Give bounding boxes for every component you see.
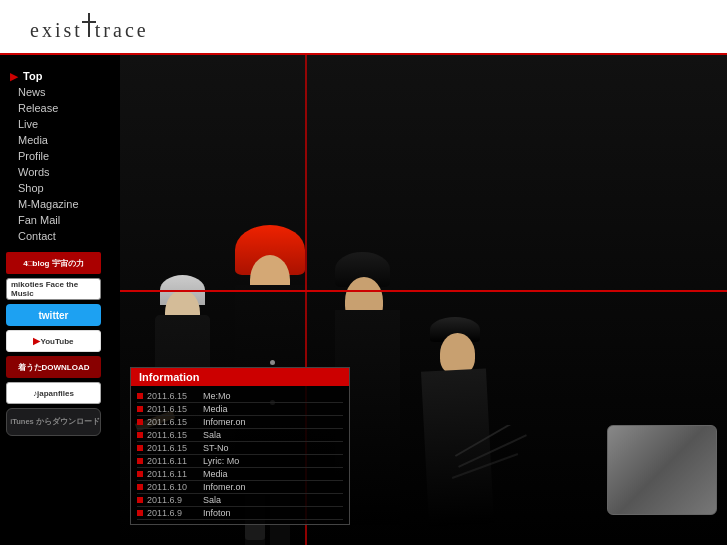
info-title: Infomer.on [203,417,246,427]
info-bullet [137,419,143,425]
info-bullet [137,406,143,412]
information-box: Information 2011.6.15 Me:Mo 2011.6.15 Me… [130,367,350,525]
mikoties-badge[interactable]: mikoties Face the Music [6,278,101,300]
info-bullet [137,458,143,464]
nav-arrow-icon: ▶ [10,71,18,82]
youtube-badge[interactable]: ▶ YouTube [6,330,101,352]
info-title: Sala [203,430,221,440]
info-bullet [137,497,143,503]
info-date: 2011.6.11 [147,469,199,479]
info-bullet [137,393,143,399]
hair-effect [450,425,540,485]
youtube-icon: ▶ [33,336,40,346]
info-row[interactable]: 2011.6.15 ST-No [137,442,343,455]
info-date: 2011.6.9 [147,495,199,505]
4blog-badge[interactable]: 4□blog 宇宙の力 [6,252,101,274]
info-date: 2011.6.11 [147,456,199,466]
info-date: 2011.6.10 [147,482,199,492]
main-area: ▶ Top News Release Live Media Profile Wo… [0,55,727,545]
sidebar-item-fan-mail[interactable]: Fan Mail [10,212,120,228]
info-row[interactable]: 2011.6.9 Sala [137,494,343,507]
info-header: Information [131,368,349,386]
header: existtrace [0,0,727,55]
info-row[interactable]: 2011.6.9 Infoton [137,507,343,520]
info-date: 2011.6.15 [147,391,199,401]
sidebar-item-live[interactable]: Live [10,116,120,132]
info-title: Lyric: Mo [203,456,239,466]
info-date: 2011.6.9 [147,508,199,518]
info-bullet [137,432,143,438]
download-badge[interactable]: 着うたDOWNLOAD [6,356,101,378]
info-bullet [137,484,143,490]
info-row[interactable]: 2011.6.11 Lyric: Mo [137,455,343,468]
sidebar-item-shop[interactable]: Shop [10,180,120,196]
info-title: Infoton [203,508,231,518]
info-title: Infomer.on [203,482,246,492]
info-date: 2011.6.15 [147,417,199,427]
info-bullet [137,471,143,477]
sidebar-item-profile[interactable]: Profile [10,148,120,164]
logo: existtrace [30,13,149,42]
info-title: Sala [203,495,221,505]
twitter-badge[interactable]: twitter [6,304,101,326]
navigation: ▶ Top News Release Live Media Profile Wo… [0,60,120,244]
itunes-badge[interactable]: iTunes からダウンロード [6,408,101,436]
sidebar-item-top[interactable]: ▶ Top [10,68,120,84]
info-title: ST-No [203,443,229,453]
info-title: Media [203,469,228,479]
info-bullet [137,510,143,516]
sidebar-item-words[interactable]: Words [10,164,120,180]
info-title: Media [203,404,228,414]
info-row[interactable]: 2011.6.15 Sala [137,429,343,442]
sidebar-social-icons: 4□blog 宇宙の力 mikoties Face the Music twit… [0,244,120,444]
sidebar-item-media[interactable]: Media [10,132,120,148]
sidebar-item-news[interactable]: News [10,84,120,100]
info-title: Me:Mo [203,391,231,401]
logo-text: existtrace [30,13,149,42]
info-row[interactable]: 2011.6.11 Media [137,468,343,481]
info-row[interactable]: 2011.6.10 Infomer.on [137,481,343,494]
info-date: 2011.6.15 [147,443,199,453]
logo-cross-icon [82,13,96,37]
japanfiles-badge[interactable]: ♪ japanfiles [6,382,101,404]
info-row[interactable]: 2011.6.15 Me:Mo [137,390,343,403]
info-row[interactable]: 2011.6.15 Media [137,403,343,416]
media-box[interactable] [607,425,717,515]
sidebar-item-m-magazine[interactable]: M-Magazine [10,196,120,212]
sidebar: ▶ Top News Release Live Media Profile Wo… [0,55,120,545]
info-bullet [137,445,143,451]
info-row[interactable]: 2011.6.15 Infomer.on [137,416,343,429]
info-body[interactable]: 2011.6.15 Me:Mo 2011.6.15 Media 2011.6.1… [131,386,349,524]
sidebar-item-release[interactable]: Release [10,100,120,116]
content-area: Information 2011.6.15 Me:Mo 2011.6.15 Me… [120,55,727,545]
sidebar-item-contact[interactable]: Contact [10,228,120,244]
info-date: 2011.6.15 [147,430,199,440]
info-date: 2011.6.15 [147,404,199,414]
